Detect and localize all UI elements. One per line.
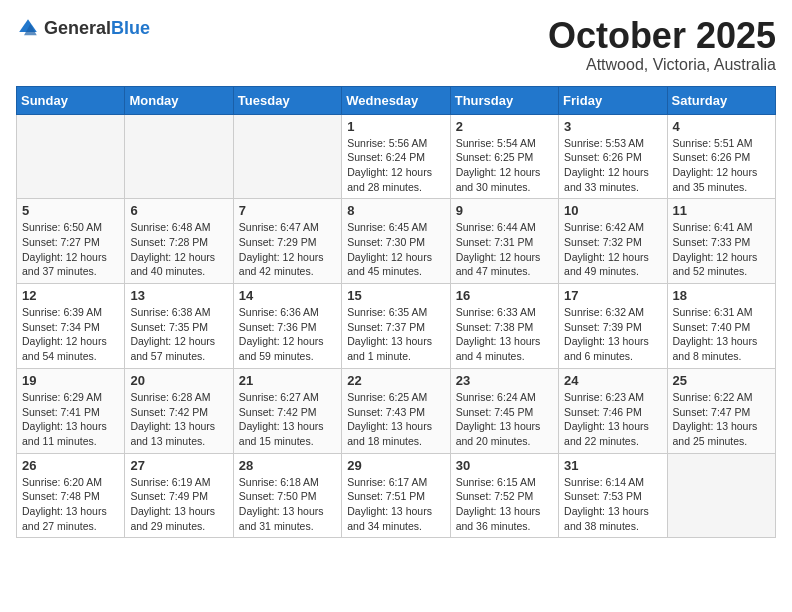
weekday-header-monday: Monday xyxy=(125,86,233,114)
day-number: 16 xyxy=(456,288,553,303)
day-number: 18 xyxy=(673,288,770,303)
day-info: Sunrise: 5:56 AM Sunset: 6:24 PM Dayligh… xyxy=(347,136,444,195)
calendar-cell: 29Sunrise: 6:17 AM Sunset: 7:51 PM Dayli… xyxy=(342,453,450,538)
day-number: 30 xyxy=(456,458,553,473)
day-info: Sunrise: 6:18 AM Sunset: 7:50 PM Dayligh… xyxy=(239,475,336,534)
day-info: Sunrise: 6:41 AM Sunset: 7:33 PM Dayligh… xyxy=(673,220,770,279)
day-info: Sunrise: 6:45 AM Sunset: 7:30 PM Dayligh… xyxy=(347,220,444,279)
calendar-cell: 31Sunrise: 6:14 AM Sunset: 7:53 PM Dayli… xyxy=(559,453,667,538)
calendar-cell: 22Sunrise: 6:25 AM Sunset: 7:43 PM Dayli… xyxy=(342,368,450,453)
day-number: 4 xyxy=(673,119,770,134)
calendar-cell: 12Sunrise: 6:39 AM Sunset: 7:34 PM Dayli… xyxy=(17,284,125,369)
day-info: Sunrise: 6:47 AM Sunset: 7:29 PM Dayligh… xyxy=(239,220,336,279)
day-info: Sunrise: 6:15 AM Sunset: 7:52 PM Dayligh… xyxy=(456,475,553,534)
day-number: 23 xyxy=(456,373,553,388)
logo-text: General Blue xyxy=(44,19,150,37)
calendar-cell: 17Sunrise: 6:32 AM Sunset: 7:39 PM Dayli… xyxy=(559,284,667,369)
calendar-cell: 1Sunrise: 5:56 AM Sunset: 6:24 PM Daylig… xyxy=(342,114,450,199)
logo-blue: Blue xyxy=(111,19,150,37)
calendar-cell xyxy=(233,114,341,199)
location-title: Attwood, Victoria, Australia xyxy=(548,56,776,74)
calendar-cell: 2Sunrise: 5:54 AM Sunset: 6:25 PM Daylig… xyxy=(450,114,558,199)
day-info: Sunrise: 6:38 AM Sunset: 7:35 PM Dayligh… xyxy=(130,305,227,364)
day-number: 11 xyxy=(673,203,770,218)
day-number: 7 xyxy=(239,203,336,218)
day-info: Sunrise: 5:53 AM Sunset: 6:26 PM Dayligh… xyxy=(564,136,661,195)
day-number: 28 xyxy=(239,458,336,473)
day-info: Sunrise: 6:24 AM Sunset: 7:45 PM Dayligh… xyxy=(456,390,553,449)
day-info: Sunrise: 6:31 AM Sunset: 7:40 PM Dayligh… xyxy=(673,305,770,364)
weekday-header-tuesday: Tuesday xyxy=(233,86,341,114)
weekday-header-row: SundayMondayTuesdayWednesdayThursdayFrid… xyxy=(17,86,776,114)
day-number: 3 xyxy=(564,119,661,134)
day-number: 17 xyxy=(564,288,661,303)
calendar-cell: 8Sunrise: 6:45 AM Sunset: 7:30 PM Daylig… xyxy=(342,199,450,284)
day-number: 19 xyxy=(22,373,119,388)
calendar-cell: 26Sunrise: 6:20 AM Sunset: 7:48 PM Dayli… xyxy=(17,453,125,538)
day-info: Sunrise: 6:48 AM Sunset: 7:28 PM Dayligh… xyxy=(130,220,227,279)
calendar-cell: 23Sunrise: 6:24 AM Sunset: 7:45 PM Dayli… xyxy=(450,368,558,453)
day-info: Sunrise: 6:36 AM Sunset: 7:36 PM Dayligh… xyxy=(239,305,336,364)
day-number: 24 xyxy=(564,373,661,388)
calendar-cell: 16Sunrise: 6:33 AM Sunset: 7:38 PM Dayli… xyxy=(450,284,558,369)
day-info: Sunrise: 6:22 AM Sunset: 7:47 PM Dayligh… xyxy=(673,390,770,449)
calendar-cell: 27Sunrise: 6:19 AM Sunset: 7:49 PM Dayli… xyxy=(125,453,233,538)
calendar-week-5: 26Sunrise: 6:20 AM Sunset: 7:48 PM Dayli… xyxy=(17,453,776,538)
title-area: October 2025 Attwood, Victoria, Australi… xyxy=(548,16,776,74)
calendar-week-1: 1Sunrise: 5:56 AM Sunset: 6:24 PM Daylig… xyxy=(17,114,776,199)
calendar-cell xyxy=(125,114,233,199)
day-number: 25 xyxy=(673,373,770,388)
day-number: 27 xyxy=(130,458,227,473)
day-number: 13 xyxy=(130,288,227,303)
calendar-cell: 30Sunrise: 6:15 AM Sunset: 7:52 PM Dayli… xyxy=(450,453,558,538)
day-number: 9 xyxy=(456,203,553,218)
day-number: 21 xyxy=(239,373,336,388)
day-info: Sunrise: 6:23 AM Sunset: 7:46 PM Dayligh… xyxy=(564,390,661,449)
calendar-cell: 6Sunrise: 6:48 AM Sunset: 7:28 PM Daylig… xyxy=(125,199,233,284)
day-number: 8 xyxy=(347,203,444,218)
day-info: Sunrise: 6:20 AM Sunset: 7:48 PM Dayligh… xyxy=(22,475,119,534)
day-number: 6 xyxy=(130,203,227,218)
day-info: Sunrise: 6:19 AM Sunset: 7:49 PM Dayligh… xyxy=(130,475,227,534)
day-number: 10 xyxy=(564,203,661,218)
day-info: Sunrise: 6:33 AM Sunset: 7:38 PM Dayligh… xyxy=(456,305,553,364)
calendar-cell xyxy=(17,114,125,199)
month-title: October 2025 xyxy=(548,16,776,56)
day-info: Sunrise: 5:54 AM Sunset: 6:25 PM Dayligh… xyxy=(456,136,553,195)
day-number: 2 xyxy=(456,119,553,134)
calendar-cell: 13Sunrise: 6:38 AM Sunset: 7:35 PM Dayli… xyxy=(125,284,233,369)
day-info: Sunrise: 6:50 AM Sunset: 7:27 PM Dayligh… xyxy=(22,220,119,279)
day-number: 26 xyxy=(22,458,119,473)
day-info: Sunrise: 6:14 AM Sunset: 7:53 PM Dayligh… xyxy=(564,475,661,534)
day-info: Sunrise: 6:25 AM Sunset: 7:43 PM Dayligh… xyxy=(347,390,444,449)
day-number: 31 xyxy=(564,458,661,473)
calendar-cell: 28Sunrise: 6:18 AM Sunset: 7:50 PM Dayli… xyxy=(233,453,341,538)
logo-general: General xyxy=(44,19,111,37)
calendar-cell: 4Sunrise: 5:51 AM Sunset: 6:26 PM Daylig… xyxy=(667,114,775,199)
calendar-cell: 20Sunrise: 6:28 AM Sunset: 7:42 PM Dayli… xyxy=(125,368,233,453)
calendar-cell: 14Sunrise: 6:36 AM Sunset: 7:36 PM Dayli… xyxy=(233,284,341,369)
day-info: Sunrise: 6:44 AM Sunset: 7:31 PM Dayligh… xyxy=(456,220,553,279)
day-number: 12 xyxy=(22,288,119,303)
calendar-cell: 10Sunrise: 6:42 AM Sunset: 7:32 PM Dayli… xyxy=(559,199,667,284)
calendar-cell: 11Sunrise: 6:41 AM Sunset: 7:33 PM Dayli… xyxy=(667,199,775,284)
calendar-cell: 5Sunrise: 6:50 AM Sunset: 7:27 PM Daylig… xyxy=(17,199,125,284)
weekday-header-wednesday: Wednesday xyxy=(342,86,450,114)
day-info: Sunrise: 6:27 AM Sunset: 7:42 PM Dayligh… xyxy=(239,390,336,449)
day-number: 5 xyxy=(22,203,119,218)
day-info: Sunrise: 6:42 AM Sunset: 7:32 PM Dayligh… xyxy=(564,220,661,279)
calendar-week-2: 5Sunrise: 6:50 AM Sunset: 7:27 PM Daylig… xyxy=(17,199,776,284)
day-info: Sunrise: 6:29 AM Sunset: 7:41 PM Dayligh… xyxy=(22,390,119,449)
calendar-week-4: 19Sunrise: 6:29 AM Sunset: 7:41 PM Dayli… xyxy=(17,368,776,453)
logo: General Blue xyxy=(16,16,150,40)
weekday-header-thursday: Thursday xyxy=(450,86,558,114)
calendar-cell: 21Sunrise: 6:27 AM Sunset: 7:42 PM Dayli… xyxy=(233,368,341,453)
calendar-cell: 7Sunrise: 6:47 AM Sunset: 7:29 PM Daylig… xyxy=(233,199,341,284)
calendar-cell: 24Sunrise: 6:23 AM Sunset: 7:46 PM Dayli… xyxy=(559,368,667,453)
day-number: 29 xyxy=(347,458,444,473)
calendar-week-3: 12Sunrise: 6:39 AM Sunset: 7:34 PM Dayli… xyxy=(17,284,776,369)
day-info: Sunrise: 6:35 AM Sunset: 7:37 PM Dayligh… xyxy=(347,305,444,364)
weekday-header-saturday: Saturday xyxy=(667,86,775,114)
calendar-cell: 18Sunrise: 6:31 AM Sunset: 7:40 PM Dayli… xyxy=(667,284,775,369)
calendar-cell: 19Sunrise: 6:29 AM Sunset: 7:41 PM Dayli… xyxy=(17,368,125,453)
